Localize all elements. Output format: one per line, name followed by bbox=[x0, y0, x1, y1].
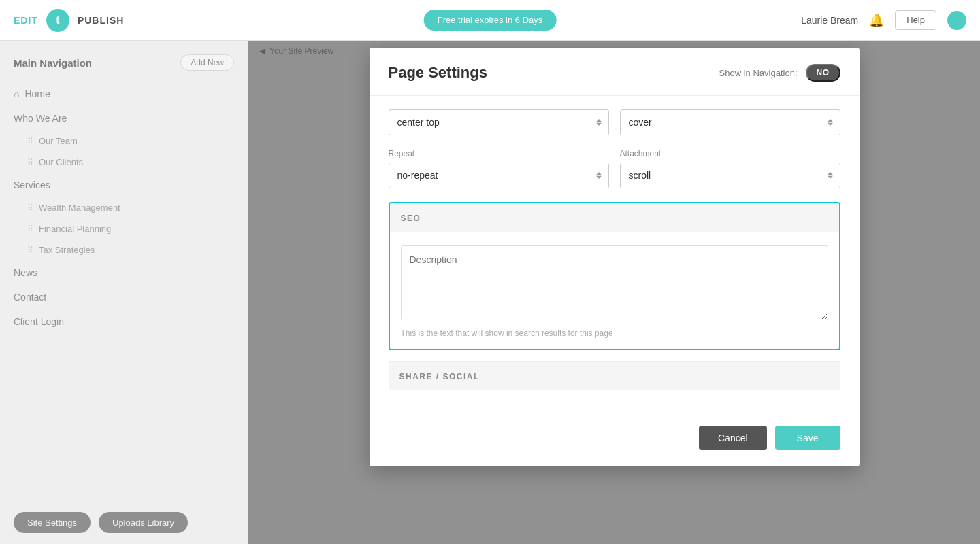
sidebar-item-label: Home bbox=[24, 88, 50, 99]
repeat-select[interactable]: no-repeat repeat repeat-x repeat-y bbox=[389, 163, 609, 188]
bottom-bar: Site Settings Uploads Library bbox=[0, 501, 248, 544]
sidebar-item-label: Wealth Management bbox=[39, 203, 120, 213]
repeat-group: Repeat no-repeat repeat repeat-x repeat-… bbox=[389, 149, 609, 188]
main-layout: Main Navigation Add New ⌂ Home Who We Ar… bbox=[0, 41, 980, 544]
show-in-navigation-row: Show in Navigation: NO bbox=[719, 64, 840, 82]
modal-overlay: Page Settings Show in Navigation: NO cen… bbox=[248, 41, 980, 544]
sidebar-item-home[interactable]: ⌂ Home bbox=[0, 82, 248, 106]
drag-handle-icon: ⠿ bbox=[27, 224, 33, 234]
trial-banner: Free trial expires in 6 Days bbox=[424, 10, 557, 31]
sidebar-item-financial-planning[interactable]: ⠿ Financial Planning bbox=[0, 218, 248, 239]
position-size-row: center top center center center bottom l… bbox=[389, 109, 840, 135]
cancel-button[interactable]: Cancel bbox=[699, 426, 767, 450]
size-select[interactable]: cover contain auto bbox=[620, 109, 840, 135]
top-bar: EDIT t PUBLISH Free trial expires in 6 D… bbox=[0, 0, 980, 41]
sidebar-item-our-team[interactable]: ⠿ Our Team bbox=[0, 131, 248, 152]
attachment-label: Attachment bbox=[620, 149, 840, 158]
share-section: SHARE / SOCIAL bbox=[389, 361, 840, 390]
edit-label[interactable]: EDIT bbox=[14, 15, 38, 26]
seo-body: This is the text that will show in searc… bbox=[390, 232, 839, 349]
attachment-group: Attachment scroll fixed local bbox=[620, 149, 840, 188]
drag-handle-icon: ⠿ bbox=[27, 203, 33, 213]
position-select[interactable]: center top center center center bottom l… bbox=[389, 109, 609, 135]
modal-body: center top center center center bottom l… bbox=[370, 96, 860, 415]
sidebar-item-news[interactable]: News bbox=[0, 260, 248, 285]
show-nav-label: Show in Navigation: bbox=[719, 68, 798, 78]
add-new-button[interactable]: Add New bbox=[180, 54, 234, 71]
sidebar-item-client-login[interactable]: Client Login bbox=[0, 309, 248, 334]
save-button[interactable]: Save bbox=[775, 426, 840, 450]
modal-header: Page Settings Show in Navigation: NO bbox=[370, 48, 860, 96]
publish-label[interactable]: PUBLISH bbox=[78, 15, 124, 26]
show-nav-toggle[interactable]: NO bbox=[806, 64, 840, 82]
description-hint: This is the text that will show in searc… bbox=[401, 328, 828, 338]
avatar bbox=[947, 11, 966, 30]
home-icon: ⌂ bbox=[14, 88, 19, 99]
logo: t bbox=[46, 9, 69, 32]
sidebar-item-label: Our Team bbox=[39, 136, 78, 146]
repeat-attachment-row: Repeat no-repeat repeat repeat-x repeat-… bbox=[389, 149, 840, 188]
sidebar-item-contact[interactable]: Contact bbox=[0, 285, 248, 309]
bell-icon[interactable]: 🔔 bbox=[869, 13, 884, 28]
sidebar-item-label: Tax Strategies bbox=[39, 245, 95, 255]
sidebar-item-label: Services bbox=[14, 180, 50, 190]
sidebar-item-label: Contact bbox=[14, 292, 46, 303]
seo-section: SEO This is the text that will show in s… bbox=[389, 202, 840, 350]
page-settings-modal: Page Settings Show in Navigation: NO cen… bbox=[370, 48, 860, 466]
seo-title: SEO bbox=[401, 214, 421, 223]
site-settings-button[interactable]: Site Settings bbox=[14, 512, 91, 533]
position-group: center top center center center bottom l… bbox=[389, 109, 609, 135]
uploads-library-button[interactable]: Uploads Library bbox=[99, 512, 188, 533]
sidebar-title: Main Navigation bbox=[14, 57, 92, 69]
sidebar-item-tax-strategies[interactable]: ⠿ Tax Strategies bbox=[0, 239, 248, 260]
share-title: SHARE / SOCIAL bbox=[399, 372, 480, 381]
share-header: SHARE / SOCIAL bbox=[389, 361, 840, 390]
sidebar-item-our-clients[interactable]: ⠿ Our Clients bbox=[0, 152, 248, 173]
top-bar-right: Laurie Bream 🔔 Help bbox=[801, 10, 966, 30]
sidebar-item-label: News bbox=[14, 267, 37, 278]
size-group: cover contain auto bbox=[620, 109, 840, 135]
sidebar-header: Main Navigation Add New bbox=[0, 54, 248, 82]
attachment-select[interactable]: scroll fixed local bbox=[620, 163, 840, 188]
modal-footer: Cancel Save bbox=[370, 415, 860, 466]
sidebar-item-wealth-management[interactable]: ⠿ Wealth Management bbox=[0, 197, 248, 218]
sidebar: Main Navigation Add New ⌂ Home Who We Ar… bbox=[0, 41, 248, 544]
sidebar-item-services[interactable]: Services bbox=[0, 173, 248, 197]
sidebar-item-label: Client Login bbox=[14, 316, 64, 327]
drag-handle-icon: ⠿ bbox=[27, 158, 33, 167]
seo-header: SEO bbox=[390, 203, 839, 232]
sidebar-item-label: Who We Are bbox=[14, 113, 67, 124]
description-textarea[interactable] bbox=[401, 245, 828, 320]
modal-title: Page Settings bbox=[389, 64, 487, 82]
username: Laurie Bream bbox=[801, 15, 858, 26]
drag-handle-icon: ⠿ bbox=[27, 137, 33, 146]
content-area: ◀ Your Site Preview Page Settings Show i… bbox=[248, 41, 980, 544]
sidebar-item-label: Our Clients bbox=[39, 157, 83, 167]
drag-handle-icon: ⠿ bbox=[27, 245, 33, 255]
sidebar-item-who-we-are[interactable]: Who We Are bbox=[0, 106, 248, 131]
help-button[interactable]: Help bbox=[895, 10, 936, 30]
sidebar-item-label: Financial Planning bbox=[39, 224, 111, 234]
repeat-label: Repeat bbox=[389, 149, 609, 158]
